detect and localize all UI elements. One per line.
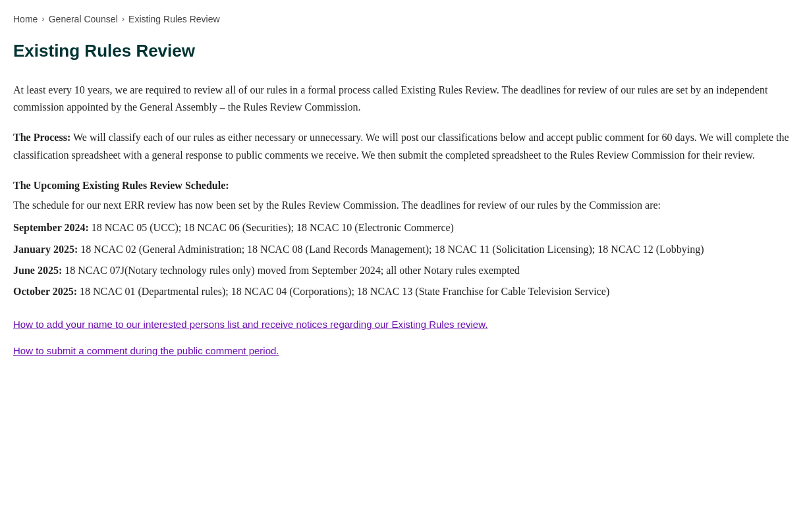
- process-label: The Process:: [13, 132, 70, 143]
- process-paragraph: The Process: We will classify each of ou…: [13, 129, 791, 164]
- breadcrumb-separator-2: ›: [122, 13, 125, 26]
- breadcrumb-general-counsel[interactable]: General Counsel: [49, 12, 118, 26]
- breadcrumb-separator-1: ›: [42, 13, 44, 26]
- links-section: How to add your name to our interested p…: [13, 317, 791, 359]
- breadcrumb: Home › General Counsel › Existing Rules …: [13, 12, 792, 26]
- content-link[interactable]: How to add your name to our interested p…: [13, 317, 791, 332]
- schedule-item-label: January 2025:: [13, 244, 78, 255]
- content-section: At least every 10 years, we are required…: [13, 82, 791, 359]
- breadcrumb-home[interactable]: Home: [13, 12, 38, 26]
- content-link[interactable]: How to submit a comment during the publi…: [13, 343, 791, 359]
- schedule-item-label: October 2025:: [13, 286, 77, 297]
- intro-paragraph: At least every 10 years, we are required…: [13, 82, 791, 117]
- schedule-item-label: June 2025:: [13, 265, 62, 276]
- schedule-item: September 2024: 18 NCAC 05 (UCC); 18 NCA…: [13, 219, 791, 236]
- schedule-item: October 2025: 18 NCAC 01 (Departmental r…: [13, 283, 791, 300]
- schedule-item-text: 18 NCAC 07J(Notary technology rules only…: [62, 265, 520, 276]
- page-wrapper: Home › General Counsel › Existing Rules …: [0, 0, 805, 396]
- schedule-item-text: 18 NCAC 05 (UCC); 18 NCAC 06 (Securities…: [89, 222, 454, 233]
- schedule-item: June 2025: 18 NCAC 07J(Notary technology…: [13, 262, 791, 279]
- schedule-heading: The Upcoming Existing Rules Review Sched…: [13, 177, 791, 194]
- breadcrumb-current: Existing Rules Review: [128, 12, 220, 26]
- schedule-item: January 2025: 18 NCAC 02 (General Admini…: [13, 241, 791, 258]
- page-title: Existing Rules Review: [13, 41, 792, 61]
- schedule-items: September 2024: 18 NCAC 05 (UCC); 18 NCA…: [13, 219, 791, 301]
- schedule-item-text: 18 NCAC 01 (Departmental rules); 18 NCAC…: [77, 286, 609, 297]
- process-text: We will classify each of our rules as ei…: [13, 132, 789, 160]
- schedule-intro: The schedule for our next ERR review has…: [13, 197, 791, 214]
- schedule-item-label: September 2024:: [13, 222, 89, 233]
- schedule-item-text: 18 NCAC 02 (General Administration; 18 N…: [78, 244, 704, 255]
